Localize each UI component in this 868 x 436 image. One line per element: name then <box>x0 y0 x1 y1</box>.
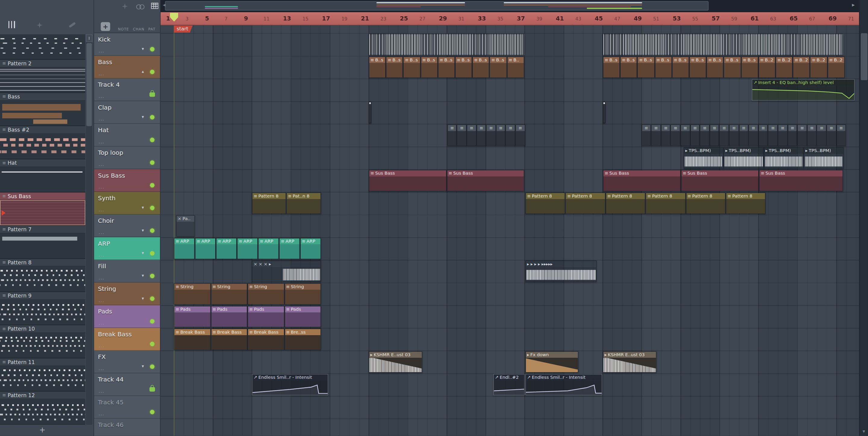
clip-fx[interactable]: ▸Fx down <box>525 351 578 373</box>
clip-sus-bass[interactable]: ≡Sus Bass <box>681 170 759 192</box>
clip-bass[interactable]: ≡B..s <box>655 56 672 78</box>
chevron-down-icon[interactable]: ▾ <box>142 250 144 256</box>
pattern-thumbnail[interactable] <box>0 266 85 292</box>
clip-hat[interactable]: ≡ <box>787 124 797 146</box>
clip-break-bass[interactable]: ≡Bre..ss <box>284 329 321 350</box>
pattern-name-row[interactable]: ≡Sus Bass <box>0 192 85 200</box>
mute-led[interactable] <box>150 274 155 278</box>
clip-synth[interactable]: ≡Pattern 8 <box>252 192 286 214</box>
clip-hat[interactable]: ≡ <box>496 124 505 146</box>
clip-arp[interactable]: ≡ARP <box>300 238 321 260</box>
mute-led[interactable] <box>150 138 155 142</box>
clip-break-bass[interactable]: ≡Break Bass <box>211 329 247 350</box>
pattern-thumbnail[interactable] <box>0 300 85 325</box>
clip-synth[interactable]: ≡Pattern 8 <box>646 192 686 214</box>
grid-icon[interactable] <box>151 3 158 9</box>
mute-led[interactable] <box>150 70 155 74</box>
chevron-down-icon[interactable]: ▾ <box>142 114 144 120</box>
waveform-bars-icon[interactable] <box>8 21 17 28</box>
clip-track-44[interactable]: ↗Endless Smil..r - Intensit <box>525 374 602 396</box>
mute-led[interactable] <box>150 251 155 256</box>
chevron-down-icon[interactable]: ▾ <box>142 228 144 233</box>
clip-sus-bass[interactable]: ≡Sus Bass <box>447 170 524 192</box>
clip-kick[interactable] <box>603 34 843 56</box>
pattern-thumbnail[interactable] <box>0 167 85 192</box>
add-track-button[interactable]: + <box>101 22 110 31</box>
chevron-down-icon[interactable]: ▾ <box>142 205 144 210</box>
chevron-down-icon[interactable]: ▾ <box>142 364 144 369</box>
clip-hat[interactable]: ≡ <box>710 124 719 146</box>
clip-bass[interactable]: ≡B..s <box>707 56 724 78</box>
clip-synth[interactable]: ≡Pattern 8 <box>565 192 606 214</box>
clip-top-loop[interactable]: ▸TPS..BPM) <box>724 147 764 169</box>
clip-top-loop[interactable]: ▸TPS..BPM) <box>764 147 804 169</box>
clip-hat[interactable]: ≡ <box>516 124 525 146</box>
scroll-left-icon[interactable]: ◂ <box>163 2 165 8</box>
clip-bass[interactable]: ≡B.. <box>507 56 524 78</box>
pattern-item-pattern-10[interactable]: ≡Pattern 10 <box>0 325 85 358</box>
clip-pads[interactable]: ≡Pads <box>211 306 247 328</box>
track-header-clap[interactable]: Clap...▾ <box>94 101 160 124</box>
clip-string[interactable]: ≡String <box>174 283 211 305</box>
clip-break-bass[interactable]: ≡Break Bass <box>247 329 284 350</box>
pattern-thumbnail[interactable] <box>0 200 85 226</box>
pattern-name-row[interactable]: ≡Bass <box>0 93 85 101</box>
pattern-item-pattern-9[interactable]: ≡Pattern 9 <box>0 292 85 325</box>
clip-hat[interactable]: ≡ <box>758 124 768 146</box>
clip-bass[interactable]: ≡B..s <box>421 56 438 78</box>
clip-hat[interactable]: ≡ <box>807 124 817 146</box>
lock-icon[interactable] <box>150 387 155 392</box>
clip-bass[interactable]: ≡B..s <box>741 56 758 78</box>
clip-pads[interactable]: ≡Pads <box>174 306 211 328</box>
clip-bass[interactable]: ≡B..s <box>386 56 403 78</box>
clip-hat[interactable]: ≡ <box>447 124 457 146</box>
clip-arp[interactable]: ≡ARP <box>195 238 216 260</box>
pattern-item-pattern-12[interactable]: ≡Pattern 12 <box>0 392 85 425</box>
lock-icon[interactable] <box>150 93 155 97</box>
clip-hat[interactable]: ≡ <box>827 124 836 146</box>
pattern-thumbnail[interactable] <box>0 134 85 159</box>
chevron-down-icon[interactable]: ▾ <box>142 296 144 301</box>
clip-arp[interactable]: ≡ARP <box>279 238 300 260</box>
clip-kick[interactable] <box>369 34 524 56</box>
pattern-name-row[interactable]: ≡Pattern 11 <box>0 358 85 366</box>
clip-bass[interactable]: ≡B..2 <box>827 56 844 78</box>
pattern-thumbnail[interactable] <box>0 233 85 259</box>
clip-clap[interactable] <box>603 102 606 124</box>
clip-string[interactable]: ≡String <box>211 283 247 305</box>
mute-led[interactable] <box>150 229 155 233</box>
pattern-name-row[interactable]: ≡Pattern 8 <box>0 259 85 267</box>
clip-hat[interactable]: ≡ <box>651 124 661 146</box>
clip-track-44[interactable]: ↗Endless Smil..r - Intensit <box>252 374 328 396</box>
clip-sus-bass[interactable]: ≡Sus Bass <box>369 170 447 192</box>
clip-bass[interactable]: ≡B..s <box>403 56 421 78</box>
clip-pads[interactable]: ≡Pads <box>284 306 321 328</box>
track-header-break-bass[interactable]: Break Bass... <box>94 328 160 350</box>
clip-sus-bass[interactable]: ≡Sus Bass <box>603 170 681 192</box>
clip-bass[interactable]: ≡B..2 <box>775 56 793 78</box>
clip-bass[interactable]: ≡B..s <box>490 56 507 78</box>
track-header-track-45[interactable]: Track 45... <box>94 396 160 418</box>
mute-led[interactable] <box>150 183 155 188</box>
track-header-track-4[interactable]: Track 4... <box>94 78 160 101</box>
clip-bass[interactable]: ≡B..s <box>638 56 655 78</box>
track-header-top-loop[interactable]: Top loop... <box>94 147 160 169</box>
clip-bass[interactable]: ≡B..s <box>672 56 689 78</box>
clip-string[interactable]: ≡String <box>247 283 284 305</box>
clip-bass[interactable]: ≡B..s <box>472 56 490 78</box>
pattern-thumbnail[interactable] <box>0 67 85 93</box>
scrollbar-thumb[interactable] <box>87 43 92 126</box>
mute-led[interactable] <box>150 364 155 369</box>
chevron-down-icon[interactable]: ▾ <box>142 273 144 278</box>
scroll-down-icon[interactable]: ▾ <box>860 429 868 434</box>
clip-hat[interactable]: ≡ <box>719 124 729 146</box>
pattern-list-scrollbar[interactable]: I <box>86 34 93 425</box>
timeline-overview-scrollbar[interactable]: ◂ ▸ <box>161 0 859 12</box>
clip-hat[interactable]: ≡ <box>729 124 739 146</box>
track-header-kick[interactable]: Kick...▾ <box>94 33 160 56</box>
track-header-track-46[interactable]: Track 46 <box>94 418 160 436</box>
clip-bass[interactable]: ≡B..s <box>455 56 472 78</box>
clip-hat[interactable]: ≡ <box>817 124 827 146</box>
scroll-right-icon[interactable]: ▸ <box>852 2 855 8</box>
pattern-name-row[interactable]: ≡Pattern 7 <box>0 226 85 233</box>
